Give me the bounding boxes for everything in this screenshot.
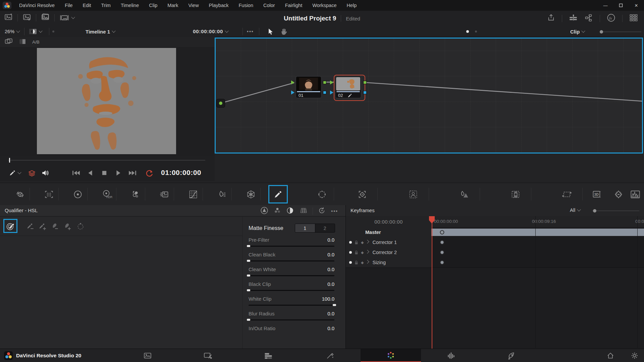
slider-value[interactable]: 0.0 [327, 237, 334, 243]
slider-track[interactable] [249, 260, 334, 261]
scopes-icon[interactable] [625, 183, 644, 205]
menu-edit[interactable]: Edit [78, 3, 96, 8]
viewer-zoom-select[interactable]: 26% [5, 26, 19, 37]
slider-handle[interactable] [247, 245, 250, 247]
track-timeline[interactable] [431, 237, 644, 247]
viewer-options-menu[interactable]: ••• [247, 26, 254, 37]
matte-tab-2[interactable]: 2 [315, 224, 335, 232]
unmix-button[interactable] [26, 167, 38, 179]
track-enable-dot[interactable] [349, 251, 352, 254]
color-slice-icon[interactable] [125, 183, 146, 205]
slider-track[interactable] [249, 246, 334, 247]
softness-minus-tool[interactable] [49, 220, 61, 232]
split-screen-icon[interactable] [19, 38, 26, 46]
menu-fusion[interactable]: Fusion [233, 3, 258, 8]
color-page-button-active[interactable] [361, 349, 421, 362]
rgb-output-port[interactable] [363, 81, 367, 84]
sizing-icon[interactable] [556, 183, 578, 205]
menu-fairlight[interactable]: Fairlight [280, 3, 308, 8]
color-wheels-icon[interactable] [67, 183, 89, 205]
contrast-icon[interactable] [286, 207, 294, 215]
pan-hand-tool-button[interactable] [280, 26, 287, 37]
media-page-button[interactable] [138, 349, 158, 362]
track-row-master[interactable]: Master [346, 227, 644, 238]
slider-value[interactable]: 0.0 [327, 325, 334, 331]
camera-raw-icon[interactable] [9, 183, 31, 205]
menu-mark[interactable]: Mark [162, 3, 183, 8]
track-timeline[interactable] [431, 227, 644, 237]
mute-button[interactable] [40, 167, 51, 179]
slider-track[interactable] [249, 319, 334, 320]
timeline-levels-button[interactable] [569, 14, 578, 23]
rgb-input-port[interactable] [330, 80, 333, 84]
expand-chevron-icon[interactable] [366, 250, 369, 253]
corrector-node-01[interactable]: 01 [296, 76, 322, 98]
menu-view[interactable]: View [183, 3, 204, 8]
rgb-output-port[interactable] [323, 81, 326, 84]
wipe-mode-select[interactable] [29, 26, 42, 37]
reset-panel-icon[interactable] [318, 207, 326, 215]
go-to-end-button[interactable] [127, 167, 138, 179]
qualifier-eyedropper-icon[interactable] [267, 183, 289, 205]
key-icon[interactable] [505, 183, 526, 205]
fairlight-page-button[interactable] [441, 349, 461, 362]
lock-icon[interactable] [354, 240, 359, 245]
image-wipe-icon[interactable] [5, 38, 13, 46]
go-to-start-button[interactable] [70, 167, 82, 179]
keyframes-ruler[interactable]: 00:00:00:00 00:00:09:16 00:0 [431, 216, 644, 227]
matte-tab-1[interactable]: 1 [295, 224, 315, 232]
app-logo[interactable] [3, 2, 11, 9]
keyframe-dot[interactable] [440, 230, 444, 235]
master-track-bar[interactable] [431, 229, 644, 236]
keyframe-dot[interactable] [440, 240, 444, 245]
menu-trim[interactable]: Trim [96, 3, 116, 8]
keyframe-dot[interactable] [440, 250, 444, 255]
settings-gear-icon[interactable] [625, 349, 644, 362]
slider-track[interactable] [249, 290, 334, 291]
slider-handle[interactable] [247, 289, 250, 291]
picker-plus-tool[interactable] [36, 220, 48, 232]
menu-workspace[interactable]: Workspace [307, 3, 341, 8]
source-output-port[interactable] [219, 102, 222, 105]
open-fx-button[interactable]: fx [607, 13, 615, 23]
expand-chevron-icon[interactable] [366, 260, 369, 263]
curves-icon[interactable] [182, 183, 204, 205]
softness-plus-tool[interactable] [61, 220, 73, 232]
home-icon[interactable] [600, 349, 621, 362]
selection-tool-button[interactable] [268, 26, 274, 37]
slider-handle[interactable] [247, 260, 250, 262]
picker-minus-tool[interactable] [24, 220, 36, 232]
rgb-dots-icon[interactable] [274, 207, 281, 215]
grab-still-eyedropper[interactable] [6, 167, 23, 179]
keyframe-diamond-icon[interactable]: ◆ [361, 260, 364, 265]
node-graph[interactable]: 01 02 [215, 38, 643, 154]
node-zoom-slider-handle[interactable] [600, 30, 603, 34]
key-output-port[interactable] [363, 91, 367, 94]
slider-handle[interactable] [247, 319, 250, 321]
color-picker-tool[interactable] [4, 220, 16, 232]
keyframe-diamond-icon[interactable]: ◆ [361, 250, 364, 255]
track-row-corrector-1[interactable]: ◆ Corrector 1 [346, 237, 644, 248]
loop-button[interactable] [144, 167, 155, 179]
ab-compare-label[interactable]: A/B [32, 40, 40, 45]
slider-value[interactable]: 0.0 [327, 266, 334, 272]
node-page-dot[interactable] [475, 31, 477, 33]
color-match-icon[interactable] [38, 183, 60, 205]
slider-handle[interactable] [333, 304, 336, 306]
lock-icon[interactable] [354, 260, 359, 265]
menu-clip[interactable]: Clip [144, 3, 162, 8]
scrub-playhead[interactable] [9, 158, 10, 163]
power-windows-icon[interactable] [311, 183, 333, 205]
cut-page-button[interactable] [198, 349, 218, 362]
node-mode-select[interactable]: Clip [570, 26, 585, 37]
timeline-select[interactable]: Timeline 1 [86, 26, 115, 37]
slider-track[interactable] [249, 275, 334, 276]
rgb-input-port[interactable] [291, 80, 294, 84]
menu-timeline[interactable]: Timeline [116, 3, 144, 8]
color-warper-icon[interactable] [211, 183, 233, 205]
source-node[interactable] [216, 99, 225, 108]
slider-track[interactable] [249, 305, 334, 306]
viewer-canvas[interactable] [0, 47, 215, 156]
blur-icon[interactable] [453, 183, 475, 205]
keyframes-zoom-slider[interactable] [592, 210, 639, 211]
